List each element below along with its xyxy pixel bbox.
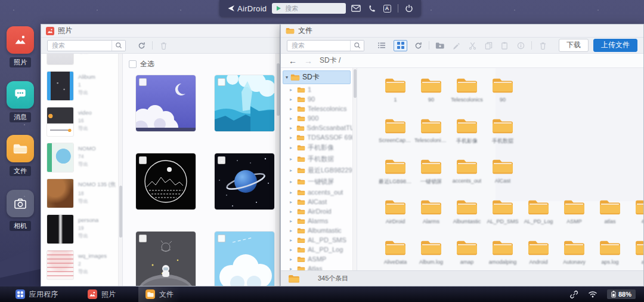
folder-item[interactable]: AlCast: [485, 158, 521, 186]
tree-item[interactable]: ▸ 1: [281, 85, 357, 94]
photo-grid-scrollbar-thumb[interactable]: [277, 63, 280, 116]
tree-expand-icon[interactable]: ▸: [290, 97, 295, 102]
tree-item[interactable]: ▸ 手机影像: [281, 142, 357, 153]
album-item[interactable]: Alibum 1 导出: [41, 68, 122, 104]
tree-expand-icon[interactable]: ▸: [290, 106, 295, 112]
tree-expand-icon[interactable]: ▸: [290, 87, 295, 93]
tree-expand-icon[interactable]: ▾: [286, 75, 288, 80]
tree-scrollbar[interactable]: [352, 68, 357, 270]
info-icon[interactable]: [515, 40, 526, 51]
search-icon[interactable]: [350, 41, 364, 51]
photo-item-astronaut[interactable]: [136, 232, 196, 286]
tree-expand-icon[interactable]: ▸: [290, 257, 295, 262]
tree-expand-icon[interactable]: ▸: [290, 156, 295, 162]
folder-item[interactable]: 90: [485, 76, 521, 103]
tree-root-sdcard[interactable]: ▾ SD卡: [283, 70, 351, 84]
desktop-icon-messages[interactable]: 消息: [0, 81, 41, 122]
folder-item[interactable]: Autonavy: [556, 239, 592, 265]
tree-item[interactable]: ▸ AirDroid: [281, 207, 357, 216]
tree-expand-icon[interactable]: ▸: [290, 168, 295, 173]
photo-checkbox[interactable]: [218, 235, 225, 242]
tree-expand-icon[interactable]: ▸: [290, 266, 295, 271]
new-folder-icon[interactable]: [435, 40, 445, 51]
folder-item[interactable]: 手机影像: [449, 117, 485, 145]
photo-item-circle-moon-drawing[interactable]: [136, 153, 196, 209]
breadcrumb[interactable]: SD卡 /: [320, 56, 340, 66]
tree-expand-icon[interactable]: ▸: [290, 218, 295, 224]
tree-expand-icon[interactable]: ▸: [290, 228, 295, 233]
folder-item[interactable]: AL_PD_Log: [521, 198, 556, 224]
folder-item[interactable]: apk: [628, 239, 643, 265]
photo-item-blue-landscape[interactable]: [215, 75, 274, 131]
tree-item[interactable]: ▸ Atlas: [281, 264, 357, 270]
upload-button[interactable]: 上传文件: [593, 39, 637, 53]
files-search[interactable]: [287, 40, 364, 51]
search-icon[interactable]: [112, 41, 125, 51]
trash-icon[interactable]: [158, 40, 169, 51]
tree-expand-icon[interactable]: ▸: [290, 247, 295, 252]
tree-expand-icon[interactable]: ▸: [290, 116, 295, 121]
folder-item[interactable]: Telescolonic...: [413, 117, 449, 145]
desktop-icon-camera[interactable]: 相机: [0, 190, 41, 231]
tree-item[interactable]: ▸ 900: [281, 113, 357, 123]
folder-item[interactable]: 最近LGB982...: [377, 158, 413, 186]
album-item[interactable]: NOMO 74 导出: [41, 140, 122, 175]
tree-item[interactable]: ▸ Albumtastic: [281, 226, 357, 235]
refresh-icon[interactable]: [136, 40, 147, 51]
desktop-icon-files[interactable]: 文件: [0, 135, 41, 176]
tree-item[interactable]: ▸ Alarms: [281, 216, 357, 226]
photo-checkbox[interactable]: [139, 235, 147, 242]
select-all-checkbox[interactable]: [129, 60, 137, 68]
photos-search[interactable]: [47, 40, 126, 51]
taskbar-item-photos[interactable]: 照片: [80, 286, 123, 302]
tree-item[interactable]: ▸ AlCast: [281, 197, 357, 207]
folder-item[interactable]: accents_out: [449, 158, 485, 186]
power-icon[interactable]: [404, 4, 414, 13]
album-item[interactable]: video 16 导出: [41, 104, 122, 140]
album-scrollbar[interactable]: [118, 54, 122, 286]
photo-checkbox[interactable]: [139, 156, 147, 164]
photo-checkbox[interactable]: [218, 78, 225, 86]
folder-item[interactable]: ASMP: [556, 198, 592, 224]
folder-item[interactable]: Alarms: [413, 198, 449, 224]
tree-expand-icon[interactable]: ▸: [290, 199, 295, 205]
photo-item-night-sky[interactable]: [136, 75, 196, 131]
folder-item[interactable]: Android: [521, 239, 556, 265]
forward-arrow-icon[interactable]: →: [304, 57, 312, 65]
files-window-titlebar[interactable]: 文件: [281, 24, 643, 38]
app-a-icon[interactable]: A: [382, 4, 392, 13]
refresh-icon[interactable]: [413, 40, 423, 51]
tree-item[interactable]: ▸ AL_PD_SMS: [281, 235, 357, 245]
copy-icon[interactable]: [483, 40, 494, 51]
taskbar-item-files[interactable]: 文件: [138, 286, 181, 302]
folder-item[interactable]: Albumtastic: [449, 198, 485, 224]
cut-icon[interactable]: [467, 40, 478, 51]
photo-grid-scrollbar[interactable]: [275, 54, 280, 286]
folder-item[interactable]: 手机数据: [485, 117, 521, 145]
download-button[interactable]: 下载: [559, 39, 589, 53]
photos-window-titlebar[interactable]: 照片: [41, 24, 280, 38]
tree-scrollbar-thumb[interactable]: [354, 69, 357, 98]
tree-item[interactable]: ▸ AL_PD_Log: [281, 245, 357, 254]
album-item[interactable]: wq_images 2 导出: [41, 247, 122, 283]
tree-expand-icon[interactable]: ▸: [290, 135, 294, 140]
tree-item[interactable]: ▸ TDSASSOF 6988: [281, 132, 357, 142]
album-item[interactable]: persona 19 导出: [41, 211, 122, 247]
tree-item[interactable]: ▸ ASMP: [281, 254, 357, 264]
folder-item[interactable]: AirDroid: [377, 198, 413, 224]
photo-checkbox[interactable]: [218, 156, 225, 164]
folder-item[interactable]: 401: [628, 198, 643, 224]
folder-item[interactable]: 一键锁屏: [413, 158, 449, 186]
paste-icon[interactable]: [499, 40, 510, 51]
tree-expand-icon[interactable]: ▸: [290, 209, 295, 214]
album-scrollbar-thumb[interactable]: [119, 186, 122, 238]
back-arrow-icon[interactable]: ←: [289, 57, 297, 65]
tree-item[interactable]: ▸ 90: [281, 94, 357, 104]
photos-search-input[interactable]: [48, 42, 112, 49]
rename-icon[interactable]: [451, 40, 462, 51]
list-view-icon[interactable]: [374, 40, 388, 51]
folder-item[interactable]: AliveData: [377, 239, 413, 265]
tree-expand-icon[interactable]: ▸: [290, 238, 295, 243]
tree-item[interactable]: ▸ 手机数据: [281, 153, 357, 165]
folder-item[interactable]: atlas: [592, 198, 628, 224]
